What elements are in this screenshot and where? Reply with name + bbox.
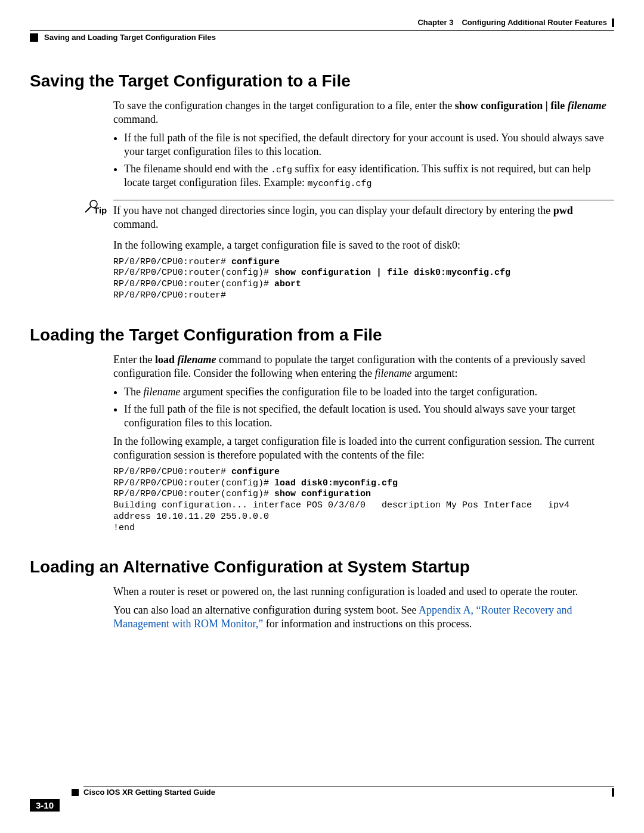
- tip-text: If you have not changed directories sinc…: [113, 204, 614, 231]
- svg-line-1: [85, 207, 91, 212]
- sec3-p2: You can also load an alternative configu…: [113, 603, 614, 631]
- heading-loading-config: Loading the Target Configuration from a …: [30, 326, 614, 345]
- tip-block: Tip If you have not changed directories …: [30, 200, 614, 231]
- heading-alt-config: Loading an Alternative Configuration at …: [30, 558, 614, 577]
- page-footer: Cisco IOS XR Getting Started Guide 3-10: [30, 786, 614, 812]
- list-item: The filename argument specifies the conf…: [124, 385, 614, 399]
- footer-square-icon: [72, 789, 79, 796]
- list-item: If the full path of the file is not spec…: [124, 131, 614, 159]
- header-section-row: Saving and Loading Target Configuration …: [30, 30, 614, 42]
- sec2-intro: Enter the load filename command to popul…: [113, 353, 614, 380]
- sec3-p1: When a router is reset or powered on, th…: [113, 585, 614, 599]
- sec1-example-intro: In the following example, a target confi…: [113, 239, 614, 252]
- page-header: Chapter 3 Configuring Additional Router …: [30, 18, 614, 27]
- chapter-number: Chapter 3: [417, 18, 453, 27]
- footer-end-tick-icon: [612, 788, 614, 797]
- section-title: Saving and Loading Target Configuration …: [44, 33, 216, 42]
- section-square-icon: [30, 33, 38, 42]
- sec2-code-block: RP/0/RP0/CPU0:router# configure RP/0/RP0…: [113, 467, 614, 534]
- footer-guide-title: Cisco IOS XR Getting Started Guide: [83, 788, 215, 797]
- list-item: The filename should end with the .cfg su…: [124, 162, 614, 190]
- sec1-intro: To save the configuration changes in the…: [113, 99, 614, 126]
- sec2-bullets: The filename argument specifies the conf…: [124, 385, 614, 430]
- tip-wand-icon: [83, 199, 99, 217]
- heading-saving-config: Saving the Target Configuration to a Fil…: [30, 72, 614, 91]
- page-number-badge: 3-10: [30, 799, 60, 812]
- svg-point-0: [90, 200, 97, 208]
- sec1-bullets: If the full path of the file is not spec…: [124, 131, 614, 190]
- list-item: If the full path of the file is not spec…: [124, 402, 614, 430]
- sec2-example-intro: In the following example, a target confi…: [113, 435, 614, 462]
- chapter-title: Configuring Additional Router Features: [462, 18, 607, 27]
- header-end-tick-icon: [612, 18, 614, 27]
- sec1-code-block: RP/0/RP0/CPU0:router# configure RP/0/RP0…: [113, 257, 614, 302]
